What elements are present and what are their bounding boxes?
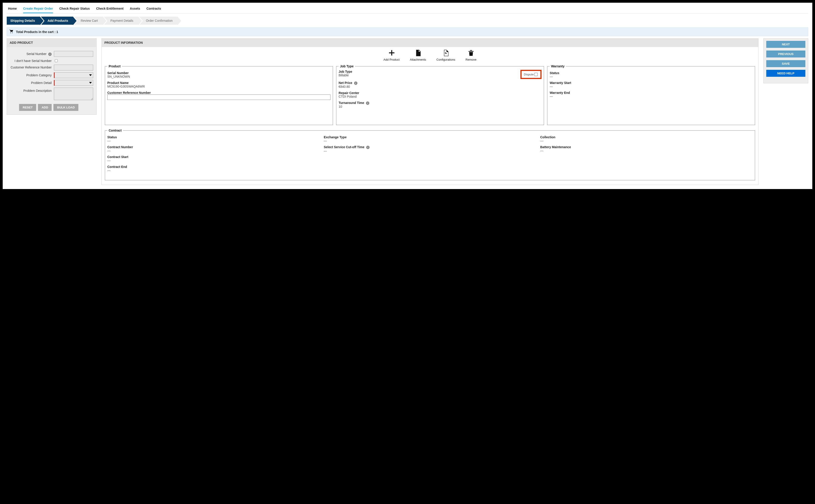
bulk-load-button[interactable]: BULK LOAD	[53, 104, 78, 111]
contract-end-label: Contract End	[107, 165, 320, 169]
exchange-type-value: —	[324, 139, 536, 143]
step-add-products[interactable]: Add Products	[41, 17, 73, 25]
next-button[interactable]: NEXT	[766, 41, 805, 48]
battery-value: —	[540, 149, 753, 152]
nav-assets[interactable]: Assets	[130, 5, 140, 13]
action-label: Remove	[466, 58, 476, 61]
collection-value: —	[540, 139, 753, 143]
add-product-title: ADD PRODUCT	[7, 39, 96, 47]
nav-home[interactable]: Home	[8, 5, 17, 13]
jobtype-fieldset: Job Type Job TypeBillable Dispute Net Pr…	[336, 64, 544, 125]
nav-check-repair-status[interactable]: Check Repair Status	[59, 5, 90, 13]
product-name-label: Product Name	[107, 81, 330, 85]
exchange-type-label: Exchange Type	[324, 135, 536, 139]
contract-end-value: —	[107, 169, 320, 172]
warranty-status-value: —	[550, 75, 753, 78]
serial-number-input[interactable]	[54, 51, 93, 57]
dispute-label: Dispute	[524, 73, 534, 76]
product-serial-value: SN_UNKNOWN	[107, 75, 330, 78]
net-price-value: €840.80	[339, 85, 542, 88]
trash-icon	[467, 54, 475, 57]
add-product-panel: ADD PRODUCT Serial Number i I don't have…	[7, 38, 97, 115]
info-icon[interactable]: i	[354, 81, 357, 85]
warranty-start-label: Warranty Start	[550, 81, 753, 85]
contract-status-value: —	[107, 139, 320, 143]
repair-center-label: Repair Center	[339, 91, 542, 95]
problem-detail-label: Problem Detail	[10, 81, 54, 85]
contract-start-value: —	[107, 159, 320, 162]
info-icon[interactable]: i	[366, 101, 369, 105]
nav-check-entitlement[interactable]: Check Entitlement	[96, 5, 123, 13]
action-label: Attachments	[410, 58, 426, 61]
contract-number-value: —	[107, 149, 320, 152]
product-serial-label: Serial Number	[107, 71, 330, 75]
problem-description-label: Problem Description	[10, 88, 54, 92]
info-icon[interactable]: i	[48, 53, 52, 56]
info-icon[interactable]: i	[366, 146, 370, 149]
problem-category-label: Problem Category	[10, 73, 54, 77]
warranty-end-value: —	[550, 95, 753, 98]
add-button[interactable]: ADD	[38, 104, 52, 111]
cart-count-text: Total Products in the cart : 1	[16, 30, 58, 34]
crn-label: Customer Reference Number	[10, 66, 54, 69]
cart-summary-bar: Total Products in the cart : 1	[7, 27, 808, 36]
dispute-highlight: Dispute	[520, 70, 542, 79]
action-label: Configurations	[436, 58, 455, 61]
nav-contracts[interactable]: Contracts	[146, 5, 161, 13]
save-button[interactable]: SAVE	[766, 60, 805, 67]
product-crn-label: Customer Reference Number	[107, 91, 330, 95]
step-shipping-details[interactable]: Shipping Details	[7, 17, 40, 25]
battery-label: Battery Maintenance	[540, 145, 753, 149]
product-info-title: PRODUCT INFORMATION	[102, 39, 758, 47]
net-price-label: Net Price i	[339, 81, 542, 85]
contract-status-label: Status	[107, 135, 320, 139]
action-add-product[interactable]: Add Product	[383, 49, 400, 61]
dispute-checkbox[interactable]	[534, 73, 538, 76]
step-review-cart[interactable]: Review Cart	[74, 17, 103, 25]
contract-number-label: Contract Number	[107, 145, 320, 149]
warranty-legend: Warranty	[550, 64, 566, 68]
crn-input[interactable]	[54, 65, 93, 70]
contract-fieldset: Contract Status— Contract Number— Contra…	[105, 129, 755, 180]
action-remove[interactable]: Remove	[466, 49, 476, 61]
jobtype-legend: Job Type	[339, 64, 355, 68]
file-icon	[414, 54, 422, 57]
jobtype-label: Job Type	[339, 70, 352, 73]
product-legend: Product	[107, 64, 122, 68]
previous-button[interactable]: PREVIOUS	[766, 51, 805, 57]
warranty-start-value: —	[550, 85, 753, 88]
action-configurations[interactable]: Configurations	[436, 49, 455, 61]
turnaround-value: 10	[339, 105, 542, 108]
no-serial-label: I don't have Serial Number	[10, 59, 54, 63]
step-order-confirmation[interactable]: Order Confirmation	[139, 17, 178, 25]
action-sidebar: NEXT PREVIOUS SAVE NEED HELP	[763, 38, 808, 83]
step-payment-details[interactable]: Payment Details	[104, 17, 138, 25]
problem-description-textarea[interactable]	[54, 88, 93, 100]
nav-create-repair-order[interactable]: Create Repair Order	[23, 5, 53, 13]
serial-number-label: Serial Number i	[10, 52, 54, 56]
warranty-status-label: Status	[550, 71, 753, 75]
product-name-value: MC9190-G30SWAQA6WR	[107, 85, 330, 88]
cutoff-label: Select Service Cut-off Time i	[324, 145, 536, 149]
contract-legend: Contract	[107, 129, 123, 132]
cart-icon	[9, 29, 14, 34]
action-label: Add Product	[383, 58, 400, 61]
product-crn-input[interactable]	[107, 95, 330, 100]
warranty-fieldset: Warranty Status— Warranty Start— Warrant…	[547, 64, 755, 125]
problem-detail-select[interactable]	[54, 80, 93, 86]
turnaround-label: Turnaround Time i	[339, 101, 542, 105]
warranty-end-label: Warranty End	[550, 91, 753, 95]
configurations-icon	[442, 54, 450, 57]
no-serial-checkbox[interactable]	[55, 59, 58, 62]
product-fieldset: Product Serial NumberSN_UNKNOWN Product …	[105, 64, 333, 125]
contract-start-label: Contract Start	[107, 155, 320, 159]
top-nav: Home Create Repair Order Check Repair St…	[7, 4, 808, 13]
product-info-panel: PRODUCT INFORMATION Add Product Attachme…	[101, 38, 758, 185]
plus-icon	[388, 54, 395, 57]
repair-center-value: CTDI Poland	[339, 95, 542, 98]
collection-label: Collection	[540, 135, 753, 139]
reset-button[interactable]: RESET	[19, 104, 36, 111]
problem-category-select[interactable]	[54, 72, 93, 78]
need-help-button[interactable]: NEED HELP	[766, 70, 805, 77]
action-attachments[interactable]: Attachments	[410, 49, 426, 61]
